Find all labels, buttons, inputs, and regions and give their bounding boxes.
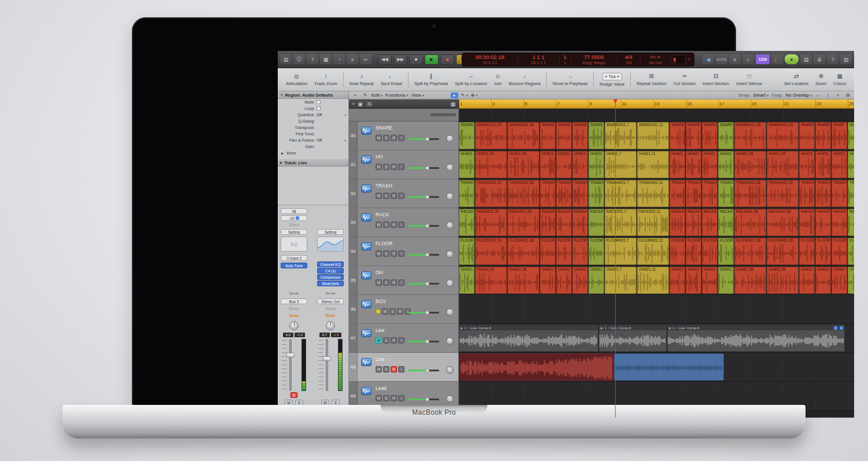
region[interactable]: SNARE#21.29 bbox=[475, 122, 507, 149]
region[interactable]: FLOOR bbox=[459, 238, 475, 265]
volume-slider[interactable] bbox=[408, 196, 439, 198]
m-button[interactable]: M bbox=[376, 222, 382, 228]
region[interactable]: HH#21. bbox=[832, 151, 847, 178]
m-button[interactable]: M bbox=[376, 164, 382, 170]
region[interactable]: FLOOR bbox=[686, 238, 701, 265]
set-locators-button[interactable]: ⇄Set Locators bbox=[781, 69, 812, 90]
solo-off-button[interactable]: S bbox=[366, 101, 373, 107]
track-lane-36[interactable] bbox=[459, 295, 854, 324]
take-region[interactable]: ▶A≈Live: Comp A bbox=[599, 324, 667, 352]
region[interactable]: FLOOR#21.38 bbox=[734, 238, 766, 265]
region[interactable]: TRASH bbox=[686, 180, 701, 207]
region[interactable]: SNARE#21.38 bbox=[734, 122, 766, 149]
region[interactable]: OH#21. bbox=[572, 267, 588, 294]
region[interactable]: OH#21. bbox=[718, 267, 734, 294]
region[interactable]: RACK# bbox=[589, 209, 604, 236]
region-inspector-header[interactable]: ▼ Region: Audio Defaults bbox=[278, 91, 348, 99]
toolbar-toggle-icon[interactable]: ▤ bbox=[280, 54, 292, 64]
gain-display[interactable]: 48 bbox=[281, 208, 307, 214]
region[interactable]: HH#21. bbox=[459, 151, 475, 178]
r-button[interactable]: R bbox=[391, 250, 397, 257]
region-param-transpose[interactable]: Transpose: bbox=[278, 124, 348, 131]
region[interactable]: SNARE# bbox=[589, 122, 604, 149]
region[interactable]: TRASH#21.29 bbox=[475, 180, 507, 207]
region[interactable]: FLOOR bbox=[848, 238, 854, 265]
master-volume-icon[interactable]: ◀ bbox=[703, 54, 714, 64]
lcd-field-0[interactable]: 00:30:02.1810 3 3 1 bbox=[462, 53, 518, 66]
browsers-icon[interactable]: ▥ bbox=[840, 54, 852, 64]
region[interactable]: SNARE#21.28 bbox=[507, 122, 539, 149]
region[interactable]: SNARE bbox=[459, 122, 475, 149]
edit-menu[interactable]: Edit▾ bbox=[372, 93, 382, 98]
list-editors-icon[interactable]: ≣ bbox=[814, 54, 825, 64]
track-header-34[interactable]: 34FLOORMSRI bbox=[349, 237, 459, 266]
inspector-icon[interactable]: ⓘ bbox=[293, 54, 305, 64]
region[interactable]: SNARE bbox=[556, 122, 572, 149]
record-button[interactable]: ● bbox=[440, 54, 454, 65]
region[interactable]: HH#21. bbox=[556, 151, 572, 178]
region[interactable]: RACK# bbox=[572, 209, 588, 236]
i-button[interactable]: I bbox=[398, 222, 404, 228]
audio-fx-slot[interactable]: Auto-Tune bbox=[281, 263, 307, 268]
cut-section-button[interactable]: ✂Cut Section bbox=[670, 69, 699, 90]
pan-knob[interactable] bbox=[446, 308, 454, 316]
nudge-forward-arrow[interactable]: ▸ bbox=[617, 74, 620, 79]
region[interactable]: OH#21. bbox=[832, 267, 847, 294]
region[interactable]: TRASH bbox=[848, 180, 854, 207]
lcd-field-2[interactable]: 11 bbox=[560, 53, 571, 66]
pan-knob[interactable] bbox=[446, 366, 454, 374]
region[interactable]: TRASH bbox=[799, 180, 815, 207]
region[interactable]: FLOOR#21.11 bbox=[637, 238, 669, 265]
pan-knob[interactable] bbox=[446, 164, 454, 171]
command-click-tool[interactable]: ⊕▾ bbox=[470, 93, 477, 98]
region-param-more[interactable]: ▶More bbox=[278, 150, 348, 156]
volume-slider[interactable] bbox=[408, 167, 439, 169]
track-lane-35[interactable]: OH#21.OH#21.29OH#21.28OH#21.OH#21.OH#21.… bbox=[459, 266, 854, 295]
play-button[interactable]: ▶ bbox=[425, 54, 439, 65]
zoom-button[interactable]: ⊕Zoom bbox=[812, 69, 830, 90]
region-param-loop[interactable]: Loop: bbox=[278, 105, 348, 112]
left-click-tool[interactable]: ↖▾ bbox=[461, 93, 468, 98]
insert-silence-button[interactable]: □Insert Silence bbox=[733, 69, 766, 90]
bar-ruler[interactable]: 135791113151719212325 bbox=[459, 99, 854, 109]
nudge-value-button[interactable]: ◂Tick▸Nudge Value bbox=[596, 69, 628, 90]
region[interactable]: HH#21.11 bbox=[637, 151, 669, 178]
region[interactable]: FLOOR#21.39 bbox=[767, 238, 799, 265]
checkbox[interactable] bbox=[317, 100, 321, 104]
region[interactable]: SNARE#21.7 bbox=[605, 122, 637, 149]
region[interactable]: OH#21. bbox=[540, 267, 556, 294]
region[interactable]: OH#21.39 bbox=[767, 267, 799, 294]
lcd-dropdown-chevron[interactable]: ▾ bbox=[687, 53, 692, 66]
repeat-section-button[interactable]: ⊞Repeat Section bbox=[633, 69, 670, 90]
region[interactable]: FLOOR bbox=[799, 238, 815, 265]
region[interactable]: SNARE bbox=[572, 122, 588, 149]
i-button[interactable]: I bbox=[398, 250, 404, 257]
track-header-36[interactable]: 36BGVMSRI bbox=[349, 295, 459, 324]
library-icon[interactable]: ▦ bbox=[320, 54, 332, 64]
region[interactable]: RACK#21.29 bbox=[475, 209, 507, 236]
region[interactable]: TRASH bbox=[589, 180, 604, 207]
r-button[interactable]: R bbox=[391, 395, 397, 401]
track-header-31[interactable]: 31HHMSRI bbox=[349, 150, 459, 179]
playhead[interactable] bbox=[615, 99, 616, 418]
track-header-47[interactable]: 47LiveMSRI bbox=[349, 324, 459, 353]
region-param-gain[interactable]: Gain: bbox=[278, 143, 348, 150]
take-region[interactable]: ▶A≈Live: Comp A bbox=[459, 324, 598, 352]
volume-slider[interactable] bbox=[408, 225, 439, 227]
region[interactable]: OH#21. bbox=[459, 267, 475, 294]
quick-help-icon[interactable]: ? bbox=[307, 54, 318, 64]
smart-controls-icon[interactable]: ◔ bbox=[333, 54, 345, 64]
region[interactable]: OH#21.11 bbox=[637, 267, 669, 294]
region[interactable]: RACK#21.11 bbox=[637, 209, 669, 236]
volume-slider[interactable] bbox=[408, 283, 439, 285]
s-button[interactable]: S bbox=[389, 308, 396, 315]
region-param-flexfollow[interactable]: Flex & Follow:Off▾ bbox=[278, 137, 348, 143]
fader-cap[interactable] bbox=[286, 353, 295, 357]
r-button[interactable]: R bbox=[391, 135, 397, 141]
region[interactable]: HH#21.38 bbox=[734, 151, 766, 178]
r-button[interactable]: R bbox=[391, 366, 397, 373]
split-by-locators-button[interactable]: ⇔Split by Locators bbox=[451, 69, 490, 90]
track-lane-30[interactable]: SNARESNARE#21.29SNARE#21.28SNARE#SNARESN… bbox=[459, 121, 854, 150]
volume-slider[interactable] bbox=[408, 370, 439, 371]
stop-button[interactable]: ■ bbox=[409, 54, 423, 65]
